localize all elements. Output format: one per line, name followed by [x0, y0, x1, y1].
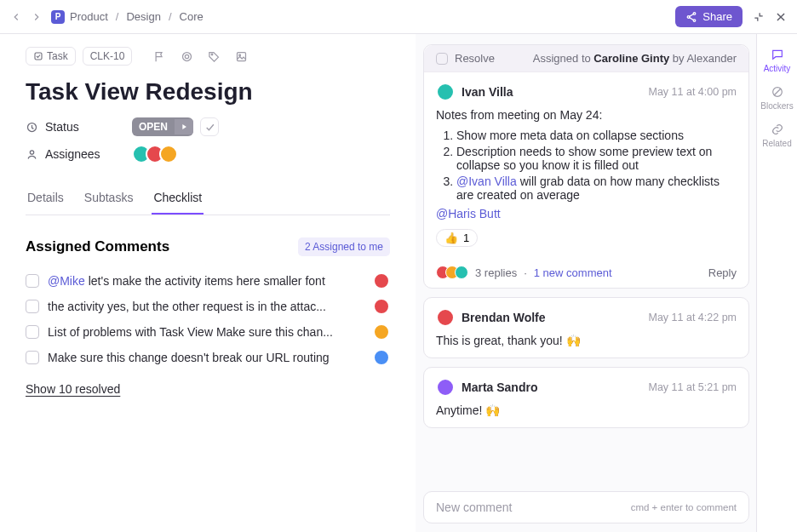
mention[interactable]: @Haris Butt — [436, 207, 501, 220]
assigned-heading: Assigned Comments — [26, 238, 169, 255]
task-id-chip[interactable]: CLK-10 — [83, 47, 133, 66]
svg-point-0 — [694, 12, 697, 14]
comment-card: Brendan Wolfe May 11 at 4:22 pm This is … — [423, 297, 749, 358]
svg-point-8 — [182, 52, 191, 60]
svg-rect-11 — [237, 52, 245, 60]
svg-rect-7 — [35, 53, 42, 60]
list-item[interactable]: List of problems with Task View Make sur… — [26, 319, 390, 345]
tab-subtasks[interactable]: Subtasks — [83, 182, 135, 215]
breadcrumb-item[interactable]: Core — [180, 10, 204, 23]
comment-body: Anytime! 🙌 — [436, 403, 737, 417]
list-item[interactable]: Make sure this change doesn't break our … — [26, 345, 390, 370]
flag-icon[interactable] — [149, 46, 169, 66]
project-badge: P — [51, 10, 65, 24]
status-next-icon[interactable] — [175, 119, 193, 134]
avatar — [436, 378, 455, 397]
checkbox[interactable] — [26, 351, 39, 364]
avatar — [436, 83, 455, 101]
activity-pane: Resolve Assigned to Caroline Ginty by Al… — [416, 34, 756, 532]
show-resolved-link[interactable]: Show 10 resolved — [26, 382, 390, 396]
task-type-chip[interactable]: Task — [26, 47, 76, 66]
timestamp: May 11 at 5:21 pm — [648, 381, 737, 393]
svg-point-12 — [239, 54, 241, 55]
reaction-chip[interactable]: 👍1 — [436, 229, 478, 247]
status-label: Status — [26, 120, 132, 134]
target-icon[interactable] — [176, 46, 197, 66]
timestamp: May 11 at 4:22 pm — [648, 312, 737, 323]
svg-line-4 — [690, 17, 694, 20]
share-button[interactable]: Share — [675, 6, 743, 27]
svg-point-10 — [211, 54, 213, 55]
svg-point-1 — [688, 15, 691, 18]
comment-body: This is great, thank you! 🙌 — [436, 334, 737, 347]
link-icon — [771, 123, 784, 136]
resolve-checkbox[interactable] — [436, 53, 448, 65]
slash-icon — [771, 85, 784, 99]
breadcrumb-item[interactable]: Product — [70, 10, 108, 23]
avatar — [455, 266, 468, 279]
assigned-to-text: Assigned to Caroline Ginty by Alexander — [533, 52, 737, 65]
breadcrumb-item[interactable]: Design — [126, 10, 160, 23]
svg-point-15 — [30, 150, 33, 153]
assigned-comments-list: @Mike let's make the activity items here… — [26, 268, 390, 370]
avatar — [436, 308, 455, 327]
image-icon[interactable] — [231, 46, 251, 66]
composer-hint: cmd + enter to comment — [631, 502, 737, 512]
tab-details[interactable]: Details — [26, 182, 66, 215]
svg-line-17 — [774, 89, 781, 95]
svg-point-9 — [185, 54, 188, 58]
reply-link[interactable]: Reply — [708, 266, 737, 279]
comment-thread-card: Resolve Assigned to Caroline Ginty by Al… — [423, 44, 749, 289]
avatar — [373, 323, 390, 340]
checkbox[interactable] — [26, 300, 39, 313]
tabs: Details Subtasks Checklist — [26, 182, 390, 215]
chat-icon — [771, 48, 784, 61]
svg-line-3 — [690, 14, 694, 16]
rail-activity[interactable]: Activity — [757, 43, 797, 78]
tag-icon[interactable] — [204, 46, 224, 66]
rail-related[interactable]: Related — [757, 117, 797, 153]
right-rail: Activity Blockers Related — [756, 34, 797, 532]
checkbox[interactable] — [26, 325, 39, 339]
avatar — [373, 298, 390, 315]
comment-card: Marta Sandro May 11 at 5:21 pm Anytime! … — [423, 367, 749, 428]
svg-marker-14 — [182, 124, 186, 129]
close-icon[interactable] — [775, 11, 787, 23]
composer[interactable]: New comment cmd + enter to comment — [423, 491, 749, 523]
nav-forward-icon[interactable] — [31, 11, 43, 23]
collapse-icon[interactable] — [753, 11, 765, 23]
timestamp: May 11 at 4:00 pm — [648, 86, 737, 98]
topbar: P Product / Design / Core Share — [0, 0, 797, 34]
status-pill[interactable]: OPEN — [132, 117, 193, 136]
rail-blockers[interactable]: Blockers — [757, 80, 797, 116]
thread-replies-row[interactable]: 3 replies · 1 new comment Reply — [424, 257, 748, 288]
comment-body: Notes from meeting on May 24: Show more … — [436, 108, 737, 220]
assigned-count-chip[interactable]: 2 Assigned to me — [298, 237, 390, 256]
list-item[interactable]: the activity yes, but the other request … — [26, 294, 390, 319]
assignee-avatars[interactable] — [132, 145, 178, 163]
resolve-label[interactable]: Resolve — [455, 52, 495, 65]
composer-placeholder: New comment — [436, 501, 512, 514]
checkbox[interactable] — [26, 274, 39, 288]
svg-point-2 — [694, 19, 697, 21]
task-title: Task View Redesign — [26, 78, 390, 106]
avatar — [373, 349, 390, 366]
tab-checklist[interactable]: Checklist — [152, 182, 204, 215]
nav-back-icon[interactable] — [10, 11, 22, 23]
assignees-label: Assignees — [26, 147, 132, 161]
avatar — [159, 145, 178, 163]
avatar — [373, 272, 390, 289]
list-item[interactable]: @Mike let's make the activity items here… — [26, 268, 390, 294]
complete-toggle[interactable] — [200, 117, 219, 136]
